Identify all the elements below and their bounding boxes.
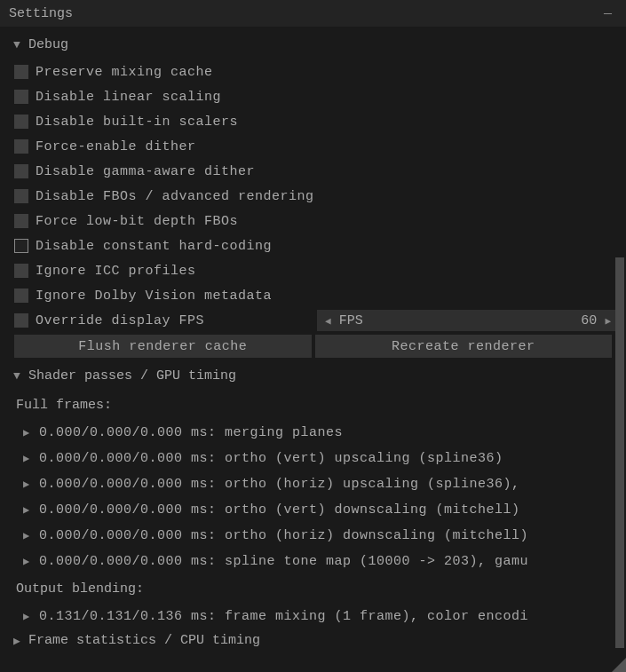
override-fps-label: Override display FPS [36, 313, 204, 328]
override-fps-row: Override display FPS ◀ FPS 60 ▶ [7, 308, 619, 333]
debug-button-row: Flush renderer cache Recreate renderer [7, 333, 619, 365]
chevron-right-icon: ▶ [23, 610, 36, 623]
chevron-right-icon: ▶ [23, 529, 36, 542]
timing-text: 0.000/0.000/0.000 ms: spline tone map (1… [39, 554, 528, 569]
checkbox[interactable] [14, 65, 28, 79]
debug-checkbox-row: Disable constant hard-coding [7, 233, 619, 258]
checkbox[interactable] [14, 115, 28, 129]
frame-stats-section-label: Frame statistics / CPU timing [28, 633, 260, 648]
resize-grip[interactable] [612, 658, 626, 672]
timing-row[interactable]: ▶0.000/0.000/0.000 ms: spline tone map (… [7, 549, 619, 574]
timing-text: 0.000/0.000/0.000 ms: ortho (vert) downs… [39, 502, 520, 518]
checkbox[interactable] [14, 90, 28, 104]
checkbox-label: Disable gamma-aware dither [36, 164, 255, 179]
frame-stats-section-header[interactable]: Frame statistics / CPU timing [7, 629, 619, 652]
minimize-button[interactable]: — [598, 6, 617, 21]
fps-field-label: FPS [339, 313, 363, 328]
checkbox-label: Ignore Dolby Vision metadata [36, 289, 272, 304]
debug-checkbox-row: Preserve mixing cache [7, 59, 619, 84]
debug-checkbox-row: Ignore ICC profiles [7, 258, 619, 283]
checkbox[interactable] [14, 214, 28, 228]
debug-checkbox-row: Ignore Dolby Vision metadata [7, 283, 619, 308]
timing-text: 0.131/0.131/0.136 ms: frame mixing (1 fr… [39, 609, 528, 624]
chevron-right-icon: ▶ [23, 426, 36, 439]
checkbox[interactable] [14, 164, 28, 178]
shader-section-header[interactable]: Shader passes / GPU timing [7, 365, 619, 391]
fps-value: 60 [581, 313, 597, 328]
content-area: Debug Preserve mixing cacheDisable linea… [0, 27, 626, 672]
recreate-renderer-button[interactable]: Recreate renderer [315, 335, 613, 358]
checkbox-label: Preserve mixing cache [36, 65, 213, 80]
checkbox-label: Force low-bit depth FBOs [36, 214, 238, 229]
override-fps-checkbox[interactable] [14, 313, 28, 328]
timing-text: 0.000/0.000/0.000 ms: ortho (vert) upsca… [39, 451, 503, 466]
chevron-right-icon: ▶ [23, 503, 36, 517]
debug-checkbox-row: Force-enable dither [7, 134, 619, 159]
checkbox-label: Disable constant hard-coding [36, 239, 272, 254]
debug-checkbox-row: Disable built-in scalers [7, 109, 619, 134]
timing-row[interactable]: ▶0.000/0.000/0.000 ms: merging planes [7, 420, 619, 446]
chevron-right-icon: ▶ [23, 555, 36, 568]
fps-decrease-icon[interactable]: ◀ [322, 315, 334, 327]
checkbox[interactable] [14, 264, 28, 278]
debug-checkbox-row: Disable linear scaling [7, 84, 619, 109]
window-titlebar: Settings — [0, 0, 626, 27]
chevron-down-icon [11, 38, 23, 51]
checkbox[interactable] [14, 189, 28, 203]
shader-section-label: Shader passes / GPU timing [28, 368, 236, 383]
debug-section-header[interactable]: Debug [7, 34, 619, 59]
checkbox[interactable] [14, 289, 28, 303]
vertical-scrollbar[interactable] [615, 27, 624, 670]
debug-checkbox-row: Disable FBOs / advanced rendering [7, 184, 619, 209]
timing-row[interactable]: ▶0.000/0.000/0.000 ms: ortho (horiz) ups… [7, 471, 619, 497]
debug-section-label: Debug [28, 37, 68, 52]
checkbox[interactable] [14, 139, 28, 154]
fps-increase-icon[interactable]: ▶ [602, 315, 614, 327]
flush-renderer-button[interactable]: Flush renderer cache [14, 335, 312, 358]
debug-checkbox-row: Force low-bit depth FBOs [7, 209, 619, 233]
scrollbar-thumb[interactable] [615, 257, 624, 648]
debug-checkbox-row: Disable gamma-aware dither [7, 159, 619, 184]
checkbox-label: Force-enable dither [36, 139, 196, 154]
checkbox[interactable] [14, 239, 28, 253]
timing-row[interactable]: ▶0.131/0.131/0.136 ms: frame mixing (1 f… [7, 604, 619, 629]
chevron-right-icon: ▶ [23, 478, 36, 491]
output-blending-heading: Output blending: [7, 574, 619, 604]
timing-row[interactable]: ▶0.000/0.000/0.000 ms: ortho (horiz) dow… [7, 523, 619, 549]
fps-spinner[interactable]: ◀ FPS 60 ▶ [317, 310, 619, 331]
checkbox-label: Disable linear scaling [36, 90, 221, 105]
timing-row[interactable]: ▶0.000/0.000/0.000 ms: ortho (vert) upsc… [7, 446, 619, 471]
timing-row[interactable]: ▶0.000/0.000/0.000 ms: ortho (vert) down… [7, 497, 619, 523]
timing-text: 0.000/0.000/0.000 ms: merging planes [39, 425, 343, 440]
chevron-right-icon: ▶ [23, 452, 36, 465]
full-frames-heading: Full frames: [7, 391, 619, 420]
chevron-right-icon [11, 634, 23, 648]
checkbox-label: Ignore ICC profiles [36, 264, 196, 279]
checkbox-label: Disable built-in scalers [36, 115, 238, 130]
window-title: Settings [9, 6, 73, 21]
timing-text: 0.000/0.000/0.000 ms: ortho (horiz) upsc… [39, 477, 520, 492]
timing-text: 0.000/0.000/0.000 ms: ortho (horiz) down… [39, 528, 528, 543]
chevron-down-icon [11, 369, 23, 383]
checkbox-label: Disable FBOs / advanced rendering [36, 189, 314, 204]
